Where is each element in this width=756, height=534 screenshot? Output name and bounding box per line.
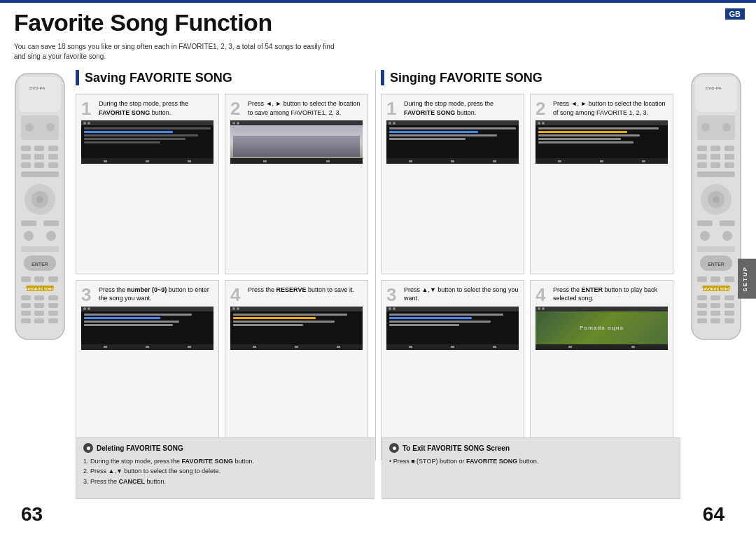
svg-rect-34 [21, 303, 31, 308]
svg-rect-31 [21, 295, 31, 300]
svg-text:DVD-PA: DVD-PA [706, 86, 722, 90]
delete-steps: 1. During the stop mode, press the FAVOR… [83, 456, 367, 486]
sing-step-4-number: 4 [536, 286, 551, 304]
step-1-desc: During the stop mode, press the FAVORITE… [99, 99, 214, 117]
svg-rect-37 [21, 311, 31, 316]
delete-circle-icon [83, 443, 93, 453]
svg-rect-56 [710, 162, 720, 168]
svg-rect-23 [21, 246, 59, 252]
svg-rect-85 [724, 318, 734, 323]
svg-rect-74 [697, 295, 707, 300]
singing-title: Singing FAVORITE SONG [390, 71, 542, 85]
svg-rect-8 [48, 146, 58, 151]
svg-rect-49 [697, 146, 707, 151]
svg-rect-84 [710, 318, 720, 323]
svg-rect-13 [34, 162, 44, 168]
page-title: Favorite Song Function [14, 9, 272, 36]
svg-rect-75 [710, 295, 720, 300]
singing-section: Singing FAVORITE SONG 1 During the stop … [381, 70, 673, 461]
singing-section-header: Singing FAVORITE SONG [381, 70, 673, 85]
exit-steps: • Press ■ (STOP) button or FAVORITE SONG… [389, 456, 673, 466]
step-2-screen [230, 120, 363, 164]
sing-step-1-desc: During the stop mode, press the FAVORITE… [404, 99, 519, 117]
svg-rect-55 [697, 162, 707, 168]
svg-rect-79 [724, 303, 734, 308]
svg-point-4 [25, 123, 34, 132]
svg-rect-41 [34, 318, 44, 323]
svg-rect-15 [21, 171, 59, 177]
svg-rect-1 [19, 77, 61, 112]
step-3-screen [81, 307, 214, 350]
svg-rect-39 [48, 311, 58, 316]
remote-left: DVD-PA ENTER FAVORITE SONG [8, 70, 71, 457]
exit-circle-icon [389, 443, 399, 453]
step-4-desc: Press the RESERVE button to save it. [248, 286, 363, 295]
svg-rect-36 [48, 303, 58, 308]
sing-step-1-number: 1 [386, 99, 402, 118]
svg-rect-71 [724, 276, 734, 282]
svg-rect-80 [697, 311, 707, 316]
svg-text:DVD-PA: DVD-PA [29, 86, 46, 90]
svg-text:ENTER: ENTER [708, 262, 724, 267]
svg-rect-65 [722, 231, 732, 241]
svg-rect-12 [21, 162, 31, 168]
svg-rect-77 [697, 303, 707, 308]
saving-step-3: 3 Press the number (0~9) button to enter… [76, 280, 219, 461]
saving-steps-grid: 1 During the stop mode, press the FAVORI… [76, 94, 368, 460]
exit-box: To Exit FAVORITE SONG Screen • Press ■ (… [382, 437, 680, 499]
svg-rect-52 [697, 154, 707, 160]
sing-step-1-screen [386, 120, 519, 164]
saving-step-4: 4 Press the RESERVE button to save it. [225, 280, 368, 461]
svg-rect-14 [48, 162, 58, 168]
svg-rect-9 [21, 154, 31, 160]
singing-bar [381, 70, 384, 85]
svg-rect-66 [697, 246, 735, 252]
svg-rect-11 [48, 154, 58, 160]
sing-step-3-screen [386, 307, 519, 350]
setup-tab: SETUP [738, 259, 756, 299]
svg-rect-76 [724, 295, 734, 300]
divider [375, 70, 376, 461]
singing-steps-grid: 1 During the stop mode, press the FAVORI… [381, 94, 673, 460]
subtitle: You can save 18 songs you like or sing o… [14, 42, 336, 62]
saving-step-2: 2 Press ◄, ► button to select the locati… [225, 94, 368, 274]
step-4-screen [230, 307, 363, 350]
sing-step-4-screen: Роmada oцна [536, 307, 668, 350]
step-4-number: 4 [230, 286, 246, 304]
svg-rect-51 [724, 146, 734, 151]
svg-rect-28 [48, 276, 58, 282]
svg-rect-63 [720, 220, 735, 226]
svg-rect-27 [34, 276, 44, 282]
svg-rect-19 [21, 220, 36, 226]
singing-step-3: 3 Press ▲,▼ button to select the song yo… [381, 280, 524, 461]
svg-point-48 [722, 123, 731, 132]
sing-step-2-number: 2 [536, 99, 551, 118]
svg-rect-50 [710, 146, 720, 151]
svg-rect-70 [710, 276, 720, 282]
delete-box-header: Deleting FAVORITE SONG [83, 443, 367, 453]
saving-step-1: 1 During the stop mode, press the FAVORI… [76, 94, 219, 274]
svg-point-18 [36, 196, 43, 203]
gb-badge: GB [725, 8, 746, 20]
svg-rect-69 [697, 276, 707, 282]
singing-step-1: 1 During the stop mode, press the FAVORI… [381, 94, 524, 274]
svg-rect-10 [34, 154, 44, 160]
svg-text:ENTER: ENTER [31, 262, 48, 267]
svg-rect-38 [34, 311, 44, 316]
svg-rect-58 [697, 171, 735, 177]
svg-rect-62 [697, 220, 713, 226]
svg-text:FAVORITE SONG: FAVORITE SONG [702, 287, 731, 291]
svg-rect-40 [21, 318, 31, 323]
svg-rect-20 [43, 220, 59, 226]
saving-title: Saving FAVORITE SONG [85, 71, 232, 85]
svg-text:FAVORITE SONG: FAVORITE SONG [26, 287, 55, 291]
step-1-screen [81, 120, 214, 164]
svg-rect-82 [724, 311, 734, 316]
page-num-right: 64 [703, 503, 724, 526]
svg-rect-54 [724, 154, 734, 160]
svg-rect-26 [21, 276, 31, 282]
sing-step-3-number: 3 [386, 286, 402, 304]
svg-rect-33 [48, 295, 58, 300]
step-3-desc: Press the number (0~9) button to enter t… [99, 286, 214, 303]
svg-rect-57 [724, 162, 734, 168]
